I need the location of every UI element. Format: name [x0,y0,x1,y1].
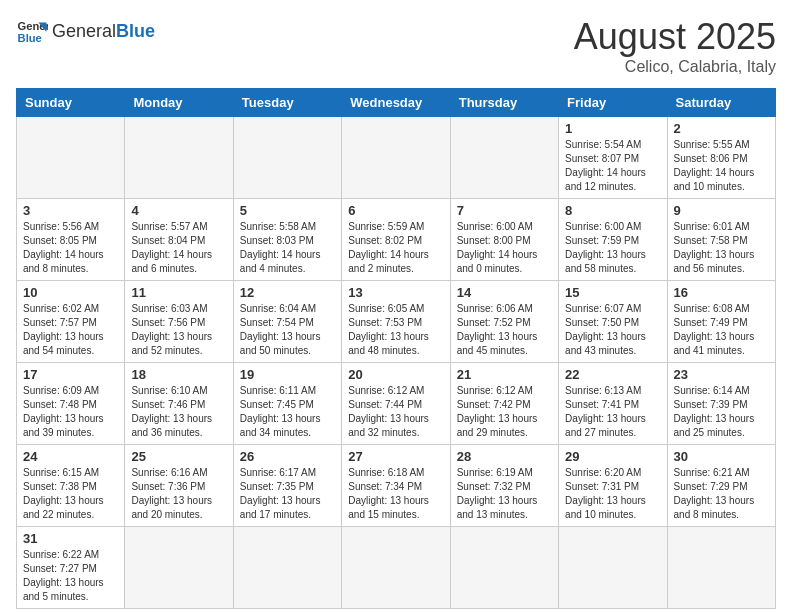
calendar-day-cell [125,527,233,609]
calendar-week-row: 1Sunrise: 5:54 AM Sunset: 8:07 PM Daylig… [17,117,776,199]
calendar-day-cell: 17Sunrise: 6:09 AM Sunset: 7:48 PM Dayli… [17,363,125,445]
calendar-day-cell [667,527,775,609]
calendar-day-cell [233,527,341,609]
day-info: Sunrise: 6:00 AM Sunset: 7:59 PM Dayligh… [565,220,660,276]
day-number: 23 [674,367,769,382]
calendar-day-cell: 5Sunrise: 5:58 AM Sunset: 8:03 PM Daylig… [233,199,341,281]
weekday-header-tuesday: Tuesday [233,89,341,117]
calendar-day-cell: 25Sunrise: 6:16 AM Sunset: 7:36 PM Dayli… [125,445,233,527]
calendar-day-cell: 29Sunrise: 6:20 AM Sunset: 7:31 PM Dayli… [559,445,667,527]
calendar-week-row: 24Sunrise: 6:15 AM Sunset: 7:38 PM Dayli… [17,445,776,527]
day-info: Sunrise: 6:00 AM Sunset: 8:00 PM Dayligh… [457,220,552,276]
weekday-header-wednesday: Wednesday [342,89,450,117]
day-info: Sunrise: 5:59 AM Sunset: 8:02 PM Dayligh… [348,220,443,276]
day-number: 13 [348,285,443,300]
weekday-header-friday: Friday [559,89,667,117]
day-info: Sunrise: 6:12 AM Sunset: 7:44 PM Dayligh… [348,384,443,440]
day-info: Sunrise: 6:14 AM Sunset: 7:39 PM Dayligh… [674,384,769,440]
day-number: 14 [457,285,552,300]
weekday-header-sunday: Sunday [17,89,125,117]
svg-text:Blue: Blue [18,32,42,44]
calendar-day-cell [342,527,450,609]
day-info: Sunrise: 6:09 AM Sunset: 7:48 PM Dayligh… [23,384,118,440]
day-number: 29 [565,449,660,464]
day-number: 8 [565,203,660,218]
day-number: 4 [131,203,226,218]
day-number: 31 [23,531,118,546]
calendar-week-row: 3Sunrise: 5:56 AM Sunset: 8:05 PM Daylig… [17,199,776,281]
calendar-day-cell: 28Sunrise: 6:19 AM Sunset: 7:32 PM Dayli… [450,445,558,527]
calendar-day-cell [342,117,450,199]
day-number: 2 [674,121,769,136]
day-number: 25 [131,449,226,464]
calendar-day-cell: 14Sunrise: 6:06 AM Sunset: 7:52 PM Dayli… [450,281,558,363]
calendar-day-cell: 21Sunrise: 6:12 AM Sunset: 7:42 PM Dayli… [450,363,558,445]
day-info: Sunrise: 5:58 AM Sunset: 8:03 PM Dayligh… [240,220,335,276]
calendar-day-cell: 16Sunrise: 6:08 AM Sunset: 7:49 PM Dayli… [667,281,775,363]
calendar-day-cell: 7Sunrise: 6:00 AM Sunset: 8:00 PM Daylig… [450,199,558,281]
day-number: 12 [240,285,335,300]
day-number: 9 [674,203,769,218]
calendar-day-cell: 30Sunrise: 6:21 AM Sunset: 7:29 PM Dayli… [667,445,775,527]
calendar-subtitle: Celico, Calabria, Italy [574,58,776,76]
calendar-day-cell: 2Sunrise: 5:55 AM Sunset: 8:06 PM Daylig… [667,117,775,199]
page-header: General Blue GeneralBlue August 2025 Cel… [16,16,776,76]
day-info: Sunrise: 6:15 AM Sunset: 7:38 PM Dayligh… [23,466,118,522]
day-info: Sunrise: 6:06 AM Sunset: 7:52 PM Dayligh… [457,302,552,358]
calendar-title: August 2025 [574,16,776,58]
calendar-day-cell [559,527,667,609]
calendar-day-cell [17,117,125,199]
day-info: Sunrise: 6:02 AM Sunset: 7:57 PM Dayligh… [23,302,118,358]
calendar-day-cell: 12Sunrise: 6:04 AM Sunset: 7:54 PM Dayli… [233,281,341,363]
day-number: 5 [240,203,335,218]
calendar-day-cell: 3Sunrise: 5:56 AM Sunset: 8:05 PM Daylig… [17,199,125,281]
day-info: Sunrise: 6:07 AM Sunset: 7:50 PM Dayligh… [565,302,660,358]
calendar-day-cell: 11Sunrise: 6:03 AM Sunset: 7:56 PM Dayli… [125,281,233,363]
day-info: Sunrise: 5:56 AM Sunset: 8:05 PM Dayligh… [23,220,118,276]
day-info: Sunrise: 6:19 AM Sunset: 7:32 PM Dayligh… [457,466,552,522]
day-info: Sunrise: 6:08 AM Sunset: 7:49 PM Dayligh… [674,302,769,358]
calendar-day-cell: 18Sunrise: 6:10 AM Sunset: 7:46 PM Dayli… [125,363,233,445]
day-info: Sunrise: 6:20 AM Sunset: 7:31 PM Dayligh… [565,466,660,522]
calendar-week-row: 31Sunrise: 6:22 AM Sunset: 7:27 PM Dayli… [17,527,776,609]
day-number: 15 [565,285,660,300]
day-info: Sunrise: 5:57 AM Sunset: 8:04 PM Dayligh… [131,220,226,276]
calendar-day-cell: 20Sunrise: 6:12 AM Sunset: 7:44 PM Dayli… [342,363,450,445]
weekday-header-saturday: Saturday [667,89,775,117]
calendar-week-row: 10Sunrise: 6:02 AM Sunset: 7:57 PM Dayli… [17,281,776,363]
day-info: Sunrise: 6:01 AM Sunset: 7:58 PM Dayligh… [674,220,769,276]
calendar-day-cell: 8Sunrise: 6:00 AM Sunset: 7:59 PM Daylig… [559,199,667,281]
day-number: 22 [565,367,660,382]
calendar-day-cell: 6Sunrise: 5:59 AM Sunset: 8:02 PM Daylig… [342,199,450,281]
calendar-day-cell: 10Sunrise: 6:02 AM Sunset: 7:57 PM Dayli… [17,281,125,363]
calendar-day-cell: 26Sunrise: 6:17 AM Sunset: 7:35 PM Dayli… [233,445,341,527]
calendar-day-cell: 24Sunrise: 6:15 AM Sunset: 7:38 PM Dayli… [17,445,125,527]
day-number: 28 [457,449,552,464]
calendar-day-cell: 13Sunrise: 6:05 AM Sunset: 7:53 PM Dayli… [342,281,450,363]
calendar-day-cell [125,117,233,199]
day-number: 10 [23,285,118,300]
day-number: 20 [348,367,443,382]
day-info: Sunrise: 6:22 AM Sunset: 7:27 PM Dayligh… [23,548,118,604]
calendar-day-cell: 15Sunrise: 6:07 AM Sunset: 7:50 PM Dayli… [559,281,667,363]
day-info: Sunrise: 6:21 AM Sunset: 7:29 PM Dayligh… [674,466,769,522]
logo-icon: General Blue [16,16,48,48]
title-block: August 2025 Celico, Calabria, Italy [574,16,776,76]
calendar-day-cell: 19Sunrise: 6:11 AM Sunset: 7:45 PM Dayli… [233,363,341,445]
calendar-day-cell: 1Sunrise: 5:54 AM Sunset: 8:07 PM Daylig… [559,117,667,199]
day-number: 16 [674,285,769,300]
calendar-week-row: 17Sunrise: 6:09 AM Sunset: 7:48 PM Dayli… [17,363,776,445]
logo-general: General [52,21,116,41]
day-number: 19 [240,367,335,382]
day-number: 21 [457,367,552,382]
calendar-day-cell: 22Sunrise: 6:13 AM Sunset: 7:41 PM Dayli… [559,363,667,445]
day-number: 1 [565,121,660,136]
calendar-day-cell: 27Sunrise: 6:18 AM Sunset: 7:34 PM Dayli… [342,445,450,527]
day-number: 26 [240,449,335,464]
day-info: Sunrise: 6:12 AM Sunset: 7:42 PM Dayligh… [457,384,552,440]
calendar-day-cell [233,117,341,199]
day-number: 18 [131,367,226,382]
day-info: Sunrise: 6:03 AM Sunset: 7:56 PM Dayligh… [131,302,226,358]
calendar-day-cell: 4Sunrise: 5:57 AM Sunset: 8:04 PM Daylig… [125,199,233,281]
day-info: Sunrise: 5:54 AM Sunset: 8:07 PM Dayligh… [565,138,660,194]
